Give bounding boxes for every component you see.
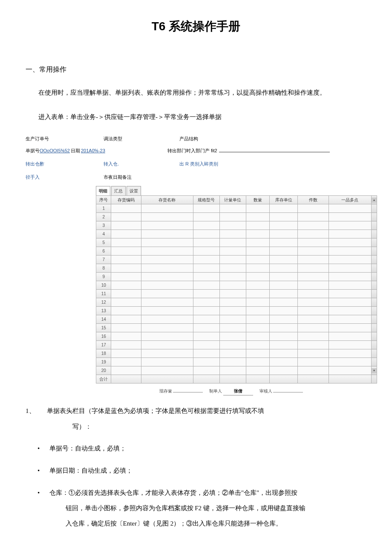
grid-cell[interactable]: [219, 230, 246, 238]
scrollbar-track[interactable]: [371, 349, 377, 358]
scrollbar-track[interactable]: [371, 256, 377, 264]
grid-cell[interactable]: [111, 332, 141, 341]
grid-cell[interactable]: [298, 366, 329, 375]
grid-cell[interactable]: [329, 366, 372, 375]
grid-cell[interactable]: [246, 264, 269, 273]
grid-cell[interactable]: [111, 290, 141, 298]
grid-cell[interactable]: [246, 290, 269, 298]
grid-cell[interactable]: [246, 230, 269, 238]
scrollbar-track[interactable]: [371, 247, 377, 256]
table-row[interactable]: 18: [96, 349, 377, 358]
grid-cell[interactable]: [111, 349, 141, 358]
grid-cell[interactable]: [219, 264, 246, 273]
grid-cell[interactable]: [141, 307, 193, 315]
grid-cell[interactable]: [141, 221, 193, 230]
doc-no-value[interactable]: OOoOOI5⅝52: [40, 146, 70, 155]
grid-cell[interactable]: [219, 307, 246, 315]
col-spec[interactable]: 规格型号: [193, 196, 219, 204]
grid-cell[interactable]: [111, 238, 141, 247]
grid-cell[interactable]: [219, 358, 246, 366]
grid-cell[interactable]: [193, 324, 219, 332]
col-inv-code[interactable]: 存货编码: [111, 196, 141, 204]
grid-cell[interactable]: [329, 341, 372, 349]
grid-cell[interactable]: [111, 221, 141, 230]
scrollbar-track[interactable]: [371, 315, 377, 324]
grid-cell[interactable]: [246, 366, 269, 375]
grid-cell[interactable]: [111, 273, 141, 281]
scrollbar-track[interactable]: [371, 307, 377, 315]
grid-cell[interactable]: [246, 307, 269, 315]
data-grid[interactable]: 序号 存货编码 存货名称 规格型号 计量单位 数量 库存单位 件数 一品多点 ▴…: [96, 195, 377, 384]
grid-cell[interactable]: [111, 204, 141, 213]
grid-cell[interactable]: [111, 341, 141, 349]
grid-cell[interactable]: [269, 366, 297, 375]
tab-summary[interactable]: 汇总: [111, 186, 126, 195]
grid-cell[interactable]: [329, 290, 372, 298]
table-row[interactable]: 4: [96, 230, 377, 238]
grid-cell[interactable]: [193, 315, 219, 324]
grid-cell[interactable]: [111, 281, 141, 290]
grid-cell[interactable]: [246, 332, 269, 341]
grid-cell[interactable]: [111, 366, 141, 375]
grid-cell[interactable]: [329, 213, 372, 221]
grid-cell[interactable]: [298, 290, 329, 298]
grid-cell[interactable]: [111, 256, 141, 264]
grid-cell[interactable]: [219, 315, 246, 324]
grid-cell[interactable]: [219, 341, 246, 349]
grid-cell[interactable]: [298, 221, 329, 230]
grid-cell[interactable]: [329, 221, 372, 230]
grid-cell[interactable]: [111, 247, 141, 256]
grid-cell[interactable]: [298, 332, 329, 341]
col-multi[interactable]: 一品多点: [329, 196, 372, 204]
grid-cell[interactable]: [246, 256, 269, 264]
grid-cell[interactable]: [298, 273, 329, 281]
grid-cell[interactable]: [298, 358, 329, 366]
grid-cell[interactable]: [111, 307, 141, 315]
table-row[interactable]: 3: [96, 221, 377, 230]
grid-cell[interactable]: [193, 204, 219, 213]
scrollbar-track[interactable]: ▾: [371, 366, 377, 375]
grid-cell[interactable]: [246, 281, 269, 290]
grid-cell[interactable]: [219, 273, 246, 281]
grid-cell[interactable]: [141, 341, 193, 349]
grid-cell[interactable]: [298, 281, 329, 290]
grid-cell[interactable]: [111, 264, 141, 273]
grid-cell[interactable]: [269, 315, 297, 324]
grid-cell[interactable]: [193, 238, 219, 247]
grid-cell[interactable]: [193, 349, 219, 358]
grid-cell[interactable]: [141, 264, 193, 273]
grid-cell[interactable]: [298, 230, 329, 238]
table-row[interactable]: 13: [96, 307, 377, 315]
grid-cell[interactable]: [298, 298, 329, 307]
grid-cell[interactable]: [141, 238, 193, 247]
grid-cell[interactable]: [329, 230, 372, 238]
grid-cell[interactable]: [269, 307, 297, 315]
table-row[interactable]: 12: [96, 298, 377, 307]
grid-cell[interactable]: [329, 281, 372, 290]
col-seq[interactable]: 序号: [96, 196, 111, 204]
grid-cell[interactable]: [298, 264, 329, 273]
grid-cell[interactable]: [219, 247, 246, 256]
grid-cell[interactable]: [111, 315, 141, 324]
grid-cell[interactable]: [329, 332, 372, 341]
grid-cell[interactable]: [193, 332, 219, 341]
grid-cell[interactable]: [329, 358, 372, 366]
grid-cell[interactable]: [141, 247, 193, 256]
grid-cell[interactable]: [193, 290, 219, 298]
grid-cell[interactable]: [329, 264, 372, 273]
grid-cell[interactable]: [141, 281, 193, 290]
grid-cell[interactable]: [141, 315, 193, 324]
scrollbar-track[interactable]: [371, 290, 377, 298]
grid-cell[interactable]: [193, 221, 219, 230]
tab-settings[interactable]: 设置: [127, 186, 141, 195]
grid-cell[interactable]: [269, 290, 297, 298]
grid-cell[interactable]: [298, 247, 329, 256]
grid-cell[interactable]: [298, 204, 329, 213]
grid-cell[interactable]: [219, 324, 246, 332]
grid-cell[interactable]: [193, 341, 219, 349]
grid-cell[interactable]: [141, 230, 193, 238]
grid-cell[interactable]: [298, 349, 329, 358]
grid-cell[interactable]: [298, 213, 329, 221]
grid-cell[interactable]: [111, 230, 141, 238]
table-row[interactable]: 17: [96, 341, 377, 349]
